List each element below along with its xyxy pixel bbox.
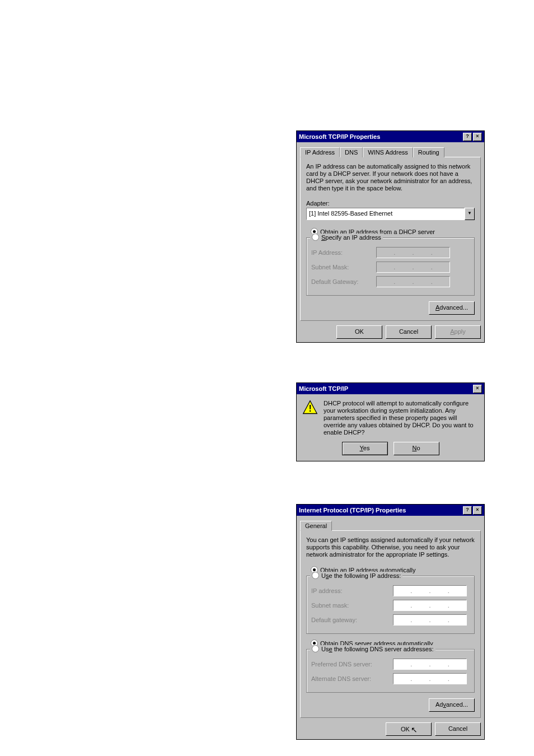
ip-address-label: IP Address: <box>311 249 373 256</box>
default-gateway-label: Default Gateway: <box>311 278 373 285</box>
subnet-mask-label: Subnet Mask: <box>311 264 373 270</box>
tab-ip-address[interactable]: IP Address <box>300 147 340 157</box>
titlebar[interactable]: Microsoft TCP/IP Properties ? × <box>297 131 484 142</box>
subnet-mask-label: Subnet mask: <box>311 602 390 609</box>
help-icon[interactable]: ? <box>463 133 472 141</box>
adapter-label: Adapter: <box>306 200 475 207</box>
tabstrip: General <box>300 520 481 530</box>
message-text: DHCP protocol will attempt to automatica… <box>324 400 479 436</box>
specify-ip-group: Specify an IP address IP Address: ... Su… <box>306 237 475 296</box>
tab-wins-address[interactable]: WINS Address <box>363 147 413 157</box>
close-icon[interactable]: × <box>473 385 482 393</box>
tcpip-properties-dialog: Microsoft TCP/IP Properties ? × IP Addre… <box>296 130 485 343</box>
description-text: You can get IP settings assigned automat… <box>306 536 475 558</box>
radio-label: Specify an IP address <box>321 234 381 241</box>
radio-use-following-dns[interactable]: Use the following DNS server addresses: <box>310 645 435 652</box>
radio-use-following-ip[interactable]: Use the following IP address: <box>310 572 402 579</box>
use-ip-group: Use the following IP address: IP address… <box>306 576 475 634</box>
advanced-button[interactable]: Advanced... <box>429 301 475 315</box>
preferred-dns-field: ... <box>393 659 467 670</box>
titlebar[interactable]: Microsoft TCP/IP × <box>297 383 484 394</box>
title-text: Microsoft TCP/IP Properties <box>299 133 380 140</box>
tab-dns[interactable]: DNS <box>340 147 363 157</box>
use-dns-group: Use the following DNS server addresses: … <box>306 649 475 693</box>
radio-icon <box>312 572 319 579</box>
tabpanel-general: You can get IP settings assigned automat… <box>300 530 481 718</box>
cancel-button[interactable]: Cancel <box>435 722 481 736</box>
radio-label: Use the following IP address: <box>321 572 401 579</box>
default-gateway-label: Default gateway: <box>311 617 390 623</box>
cursor-icon: ↖ <box>411 724 418 735</box>
warning-icon: ! <box>302 400 318 416</box>
title-text: Internet Protocol (TCP/IP) Properties <box>299 507 406 514</box>
help-icon[interactable]: ? <box>463 506 472 515</box>
subnet-mask-field: ... <box>376 262 450 273</box>
dhcp-confirm-dialog: Microsoft TCP/IP × ! DHCP protocol will … <box>296 382 485 461</box>
alternate-dns-field: ... <box>393 673 467 684</box>
adapter-value: [1] Intel 82595-Based Ethernet <box>306 208 465 220</box>
apply-button[interactable]: Apply <box>435 325 481 339</box>
internet-protocol-properties-dialog: Internet Protocol (TCP/IP) Properties ? … <box>296 504 485 740</box>
advanced-button[interactable]: Advanced... <box>429 698 475 712</box>
radio-icon <box>312 234 319 241</box>
ok-button[interactable]: OK↖ <box>386 722 432 736</box>
tabstrip: IP Address DNS WINS Address Routing <box>300 147 481 157</box>
tab-routing[interactable]: Routing <box>413 147 444 157</box>
ip-address-label: IP address: <box>311 587 390 594</box>
radio-icon <box>312 645 319 652</box>
title-text: Microsoft TCP/IP <box>299 385 348 392</box>
yes-button[interactable]: Yes <box>342 442 388 455</box>
ok-label: OK <box>401 726 410 732</box>
preferred-dns-label: Preferred DNS server: <box>311 661 390 668</box>
subnet-mask-field: ... <box>393 600 467 611</box>
close-icon[interactable]: × <box>473 506 482 515</box>
close-icon[interactable]: × <box>473 133 482 141</box>
svg-text:!: ! <box>308 404 311 413</box>
cancel-button[interactable]: Cancel <box>386 325 432 339</box>
description-text: An IP address can be automatically assig… <box>306 163 475 192</box>
default-gateway-field: ... <box>393 614 467 626</box>
titlebar[interactable]: Internet Protocol (TCP/IP) Properties ? … <box>297 505 484 516</box>
radio-specify-ip[interactable]: Specify an IP address <box>310 234 383 241</box>
ok-button[interactable]: OK <box>336 325 382 339</box>
chevron-down-icon[interactable]: ▼ <box>465 208 475 220</box>
tabpanel-ip-address: An IP address can be automatically assig… <box>300 157 481 321</box>
default-gateway-field: ... <box>376 276 450 287</box>
ip-address-field: ... <box>376 247 450 258</box>
ip-address-field: ... <box>393 585 467 596</box>
adapter-combo[interactable]: [1] Intel 82595-Based Ethernet ▼ <box>306 208 475 220</box>
alternate-dns-label: Alternate DNS server: <box>311 675 390 682</box>
radio-label: Use the following DNS server addresses: <box>321 646 434 652</box>
no-button[interactable]: No <box>394 442 439 455</box>
tab-general[interactable]: General <box>300 521 332 531</box>
